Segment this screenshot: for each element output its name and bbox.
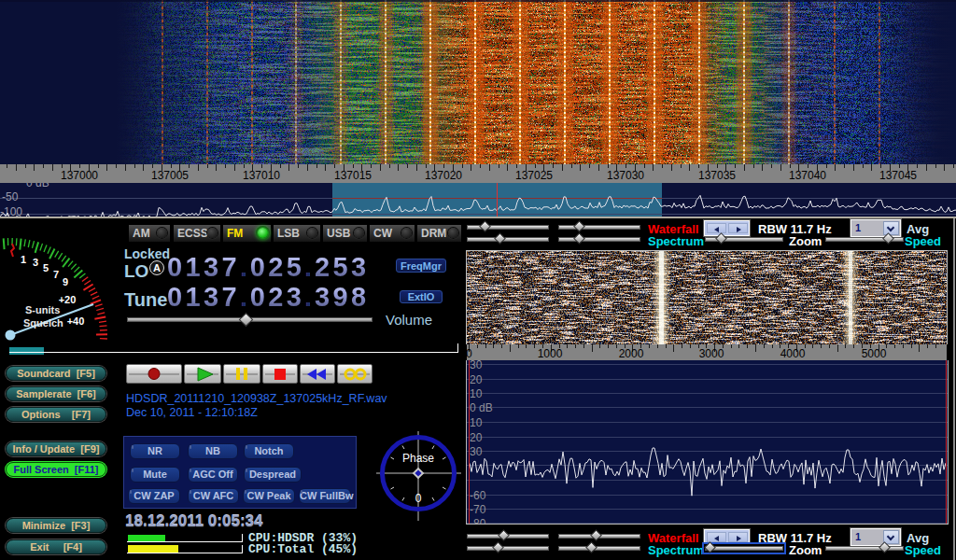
svg-text:S-units: S-units [25, 304, 60, 315]
svg-text:5: 5 [43, 262, 49, 273]
svg-text:1: 1 [21, 254, 26, 265]
svg-text:3: 3 [33, 257, 38, 268]
svg-text:Squelch: Squelch [23, 317, 63, 329]
svg-text:+20: +20 [59, 294, 77, 305]
svg-text:Phase: Phase [402, 452, 434, 465]
svg-text:0: 0 [415, 492, 422, 505]
svg-text:9: 9 [63, 276, 68, 287]
svg-text:7: 7 [53, 269, 59, 280]
svg-text:+40: +40 [67, 315, 85, 327]
